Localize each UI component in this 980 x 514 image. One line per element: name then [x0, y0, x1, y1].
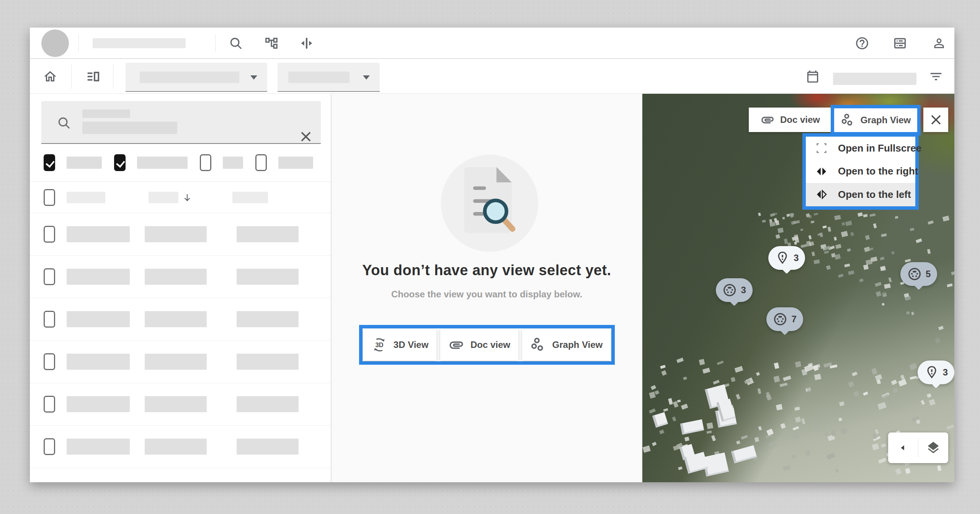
map-building — [654, 390, 659, 395]
map-building — [702, 368, 710, 374]
clear-search-icon[interactable] — [283, 115, 299, 130]
table-row[interactable] — [30, 383, 331, 426]
user-icon[interactable] — [928, 33, 950, 54]
graph-view-button[interactable]: Graph View — [522, 329, 611, 361]
map-building — [684, 436, 689, 441]
divider — [113, 64, 113, 89]
map-building — [947, 284, 952, 287]
map-building — [865, 235, 870, 240]
map-marker-connector[interactable]: 7 — [766, 307, 803, 331]
map-building — [827, 227, 831, 232]
layers-icon[interactable] — [918, 432, 948, 463]
filter-icon[interactable] — [925, 66, 947, 87]
row-checkbox[interactable] — [44, 268, 55, 285]
list-panel-icon[interactable] — [82, 66, 104, 87]
doc-view-button[interactable]: Doc view — [440, 329, 518, 361]
map-building — [839, 401, 844, 406]
home-icon[interactable] — [39, 66, 61, 87]
search-icon[interactable] — [225, 33, 247, 54]
map-building — [863, 264, 869, 270]
table-row[interactable] — [30, 426, 331, 468]
storage-list-icon[interactable] — [889, 33, 911, 54]
split-view-icon[interactable] — [296, 33, 317, 54]
table-row[interactable] — [30, 341, 331, 383]
row-checkbox[interactable] — [44, 311, 55, 328]
map-building — [731, 445, 757, 463]
map-3d-view[interactable]: Doc view Graph View Open in Fullscree Op… — [642, 94, 954, 482]
row-checkbox[interactable] — [44, 353, 55, 370]
filter-checkbox[interactable] — [114, 154, 126, 171]
map-graph-view-button[interactable]: Graph View — [834, 108, 917, 132]
table-row[interactable] — [30, 256, 331, 298]
map-building — [863, 214, 867, 217]
map-building — [906, 311, 910, 315]
map-building — [734, 366, 743, 372]
3d-view-button[interactable]: 3D 3D View — [363, 329, 436, 361]
map-marker-alert-pin[interactable]: 3 — [918, 361, 954, 384]
sidebar — [30, 94, 332, 482]
cell-placeholder — [67, 311, 130, 327]
map-building — [910, 228, 915, 231]
search-input[interactable] — [41, 101, 321, 144]
avatar[interactable] — [41, 29, 69, 57]
account-tree-icon[interactable] — [261, 33, 282, 54]
map-building — [880, 257, 884, 261]
cell-placeholder — [67, 396, 130, 412]
map-building — [652, 412, 668, 428]
map-building — [863, 392, 868, 396]
project-select[interactable] — [126, 63, 267, 92]
filter-checkbox[interactable] — [255, 154, 267, 171]
map-building — [813, 213, 818, 215]
map-building — [858, 212, 863, 217]
map-building — [808, 235, 812, 240]
menu-item-open-fullscreen[interactable]: Open in Fullscree — [806, 137, 915, 160]
map-building — [766, 394, 772, 400]
map-building — [834, 237, 837, 241]
map-doc-view-button[interactable]: Doc view — [749, 108, 831, 132]
table-row[interactable] — [30, 213, 331, 256]
row-checkbox[interactable] — [44, 438, 55, 455]
select-all-checkbox[interactable] — [44, 189, 55, 206]
map-building — [681, 404, 688, 410]
cell-placeholder — [145, 269, 207, 285]
map-building — [731, 377, 736, 382]
close-icon[interactable] — [923, 108, 948, 132]
map-building — [801, 418, 805, 424]
menu-item-open-right[interactable]: Open to the right — [806, 160, 915, 183]
map-building — [801, 244, 807, 248]
open-view-menu: Open in Fullscree Open to the right Open… — [802, 133, 919, 210]
map-building — [929, 399, 936, 406]
map-building — [783, 375, 791, 381]
map-marker-alert-pin[interactable]: 3 — [768, 246, 805, 270]
map-building — [755, 437, 759, 442]
sort-desc-icon[interactable] — [182, 193, 192, 202]
top-toolbar — [30, 28, 954, 59]
filter-label-placeholder — [137, 157, 188, 169]
map-building — [824, 251, 829, 254]
map-building — [777, 227, 784, 233]
help-icon[interactable] — [851, 33, 873, 54]
map-marker-connector[interactable]: 3 — [716, 278, 753, 302]
map-building — [807, 387, 812, 392]
cell-placeholder — [145, 439, 207, 455]
marker-count: 3 — [943, 367, 948, 378]
dataset-select[interactable] — [278, 63, 380, 92]
map-building — [707, 431, 712, 434]
map-building — [769, 219, 773, 223]
map-building — [713, 380, 720, 385]
map-marker-connector[interactable]: 5 — [900, 262, 937, 286]
3d-rotate-icon: 3D — [371, 337, 387, 353]
header-placeholder — [67, 192, 105, 203]
row-checkbox[interactable] — [44, 226, 55, 243]
filter-checkbox[interactable] — [44, 154, 55, 171]
row-checkbox[interactable] — [44, 396, 55, 413]
cell-placeholder — [237, 439, 299, 455]
calendar-icon[interactable] — [802, 66, 823, 87]
map-building — [649, 408, 655, 414]
collapse-panel-icon[interactable] — [888, 432, 918, 463]
menu-item-open-left[interactable]: Open to the left — [806, 183, 915, 206]
table-row[interactable] — [30, 298, 331, 341]
filter-checkbox[interactable] — [200, 154, 211, 171]
map-building — [835, 244, 841, 249]
map-building — [774, 362, 779, 369]
